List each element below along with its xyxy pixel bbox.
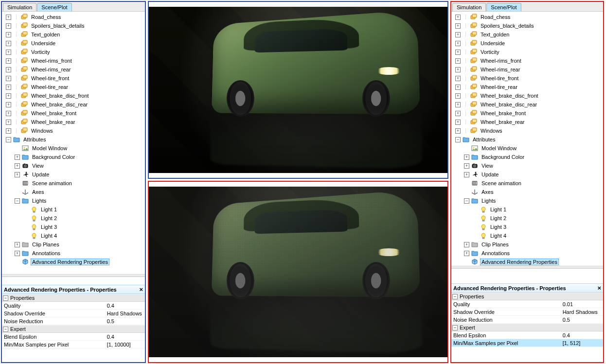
property-value[interactable]: 0.4 (561, 332, 603, 338)
tree-item[interactable]: +Spoilers_black_details (3, 21, 144, 30)
tab-scene-plot[interactable]: Scene/Plot (37, 3, 71, 11)
tree-item[interactable]: Light 1 (3, 205, 144, 214)
tree-item[interactable]: +Wheel_brake_disc_front (452, 91, 602, 100)
property-row[interactable]: Quality0.4 (2, 302, 145, 310)
expand-icon[interactable]: + (6, 93, 11, 99)
tree-item[interactable]: −Attributes (3, 135, 144, 144)
tree-item[interactable]: +Background Color (3, 153, 144, 161)
tree-item[interactable]: Model Window (452, 144, 602, 153)
tree-item[interactable]: +Road_chess (3, 13, 144, 21)
collapse-icon[interactable]: − (15, 198, 20, 204)
expand-icon[interactable]: + (455, 128, 461, 134)
expand-icon[interactable]: + (455, 93, 461, 99)
viewport-low-quality[interactable] (148, 181, 448, 363)
tree-item[interactable]: Light 2 (452, 214, 602, 223)
scene-tree-left[interactable]: +Road_chess+Spoilers_black_details+Text_… (2, 12, 145, 274)
tree-item[interactable]: +Wheel-tire_front (3, 74, 144, 83)
tree-item[interactable]: Scene animation (452, 179, 602, 188)
tree-item[interactable]: +View (452, 161, 602, 170)
tree-item[interactable]: +Wheel-tire_rear (452, 83, 602, 91)
tree-item[interactable]: +Wheel_brake_disc_rear (3, 100, 144, 109)
expand-icon[interactable]: + (455, 32, 461, 37)
section-expert[interactable]: − Expert (2, 325, 145, 333)
tree-item[interactable]: +Wheel_brake_disc_rear (452, 100, 602, 109)
property-value[interactable]: [1, 10000] (105, 342, 145, 347)
tree-item[interactable]: +Underside (452, 39, 602, 48)
viewport-high-quality[interactable] (148, 1, 448, 179)
tree-item[interactable]: +Text_golden (3, 30, 144, 39)
tree-item[interactable]: +Wheel_brake_rear (452, 118, 602, 126)
expand-icon[interactable]: + (6, 85, 11, 90)
tree-item[interactable]: +Wheel_brake_disc_front (3, 91, 144, 100)
expand-icon[interactable]: + (6, 50, 11, 55)
collapse-icon[interactable]: − (3, 327, 8, 332)
tree-item[interactable]: +Clip Planes (452, 240, 602, 249)
property-row[interactable]: Blend Epsilon0.4 (2, 333, 145, 341)
property-value[interactable]: [1, 512] (561, 340, 603, 346)
expand-icon[interactable]: + (464, 251, 469, 256)
close-icon[interactable]: × (597, 284, 601, 292)
tree-item[interactable]: +Windows (452, 126, 602, 135)
tree-item[interactable]: +Text_golden (452, 30, 602, 39)
tree-item[interactable]: +Wheel-rims_front (452, 56, 602, 65)
expand-icon[interactable]: + (455, 120, 461, 125)
tree-item[interactable]: Light 4 (3, 231, 144, 240)
property-value[interactable]: 0.5 (561, 317, 603, 323)
expand-icon[interactable]: + (15, 242, 20, 247)
tree-item[interactable]: +Wheel-rims_rear (3, 65, 144, 74)
tree-item[interactable]: Axes (452, 188, 602, 196)
property-value[interactable]: 0.4 (105, 334, 145, 340)
tree-item[interactable]: +View (3, 161, 144, 170)
expand-icon[interactable]: + (455, 41, 461, 46)
property-row[interactable]: Noise Reduction0.5 (451, 316, 603, 324)
property-value[interactable]: 0.01 (561, 301, 603, 307)
property-row[interactable]: Min/Max Samples per Pixel[1, 10000] (2, 341, 145, 348)
expand-icon[interactable]: + (464, 242, 469, 247)
tree-item[interactable]: Light 4 (452, 231, 602, 240)
expand-icon[interactable]: + (455, 85, 461, 90)
tree-item[interactable]: +Annotations (452, 249, 602, 258)
tab-simulation[interactable]: Simulation (452, 3, 486, 11)
expand-icon[interactable]: + (464, 155, 469, 160)
tree-item[interactable]: Light 2 (3, 214, 144, 223)
tree-item[interactable]: +Vorticity (452, 48, 602, 56)
section-expert[interactable]: − Expert (451, 324, 603, 331)
expand-icon[interactable]: + (455, 102, 461, 107)
expand-icon[interactable]: + (455, 50, 461, 55)
collapse-icon[interactable]: − (3, 295, 8, 301)
tree-item[interactable]: +Underside (3, 39, 144, 48)
tree-item[interactable]: −Lights (452, 196, 602, 205)
collapse-icon[interactable]: − (6, 137, 11, 142)
scene-tree-right[interactable]: +Road_chess+Spoilers_black_details+Text_… (451, 12, 603, 266)
tree-item[interactable]: +Clip Planes (3, 240, 144, 249)
expand-icon[interactable]: + (6, 102, 11, 107)
collapse-icon[interactable]: − (452, 294, 458, 299)
expand-icon[interactable]: + (464, 172, 469, 177)
tree-item[interactable]: −Attributes (452, 135, 602, 144)
property-value[interactable]: 0.5 (105, 318, 145, 324)
property-row[interactable]: Blend Epsilon0.4 (451, 331, 603, 339)
collapse-icon[interactable]: − (464, 198, 469, 204)
expand-icon[interactable]: + (455, 58, 461, 64)
tree-item[interactable]: +Wheel_brake_rear (3, 118, 144, 126)
expand-icon[interactable]: + (6, 76, 11, 81)
tree-item[interactable]: +Wheel-tire_rear (3, 83, 144, 91)
property-row[interactable]: Shadow OverrideHard Shadows (2, 310, 145, 317)
tree-item[interactable]: Light 1 (452, 205, 602, 214)
expand-icon[interactable]: + (6, 32, 11, 37)
tree-item[interactable]: Advanced Rendering Properties (452, 258, 602, 266)
collapse-icon[interactable]: − (455, 137, 461, 142)
expand-icon[interactable]: + (6, 15, 11, 20)
property-value[interactable]: Hard Shadows (105, 311, 145, 316)
tree-item[interactable]: Model Window (3, 144, 144, 153)
tree-item[interactable]: +Wheel-rims_front (3, 56, 144, 65)
expand-icon[interactable]: + (6, 111, 11, 116)
tree-item[interactable]: Light 3 (452, 223, 602, 231)
property-row[interactable]: Min/Max Samples per Pixel[1, 512] (451, 339, 603, 347)
tree-item[interactable]: −Lights (3, 196, 144, 205)
expand-icon[interactable]: + (464, 163, 469, 169)
tree-item[interactable]: +Wheel_brake_front (3, 109, 144, 118)
expand-icon[interactable]: + (6, 128, 11, 134)
expand-icon[interactable]: + (6, 120, 11, 125)
tree-item[interactable]: Axes (3, 188, 144, 196)
